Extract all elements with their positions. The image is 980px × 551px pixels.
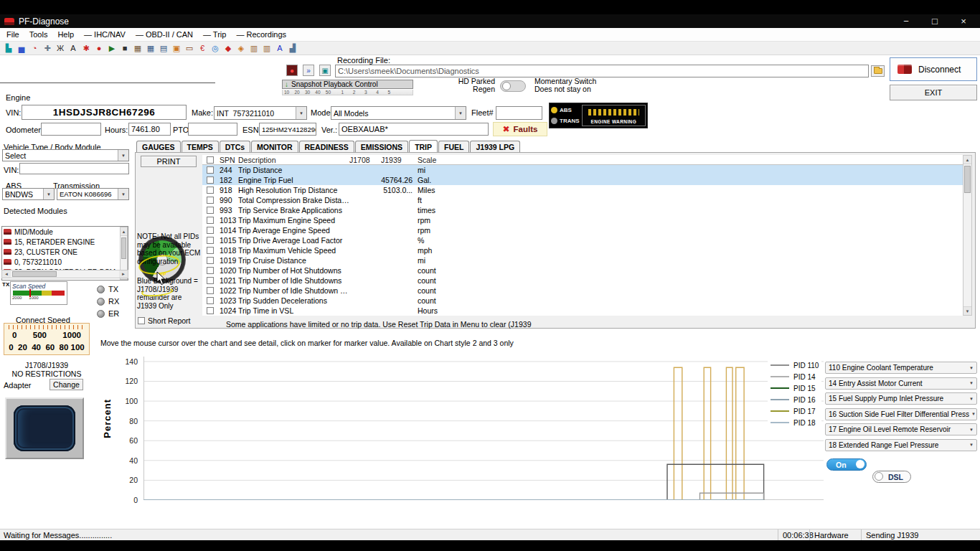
play-next-button[interactable]: »: [303, 65, 314, 76]
scroll-thumb[interactable]: [12, 271, 57, 277]
scroll-thumb[interactable]: [964, 166, 971, 193]
row-checkbox[interactable]: [207, 227, 214, 234]
snapshot-playback-control[interactable]: ↓ Snapshot Playback Control: [282, 80, 413, 89]
table-row-spn-918[interactable]: 918High Resolution Trip Distance5103.0..…: [202, 185, 963, 195]
stop-icon[interactable]: ■: [119, 43, 131, 54]
abs-select[interactable]: BNDWS▼: [2, 188, 55, 200]
module-list-item[interactable]: 23, CLUSTER ONE: [2, 247, 119, 257]
gear-icon[interactable]: ✱: [80, 43, 92, 54]
pid-dropdown-1[interactable]: 110 Engine Coolant Temperature▼: [825, 362, 977, 374]
font-icon[interactable]: A: [67, 43, 79, 54]
table-row-spn-1015[interactable]: 1015Trip Drive Average Load Factor%: [202, 235, 963, 245]
short-report-checkbox[interactable]: [138, 317, 145, 324]
module-list-item[interactable]: 15, RETARDER ENGINE: [2, 237, 119, 247]
row-checkbox[interactable]: [207, 277, 214, 284]
tab-monitor[interactable]: MONITOR: [251, 141, 298, 152]
tab-emissions[interactable]: EMISSIONS: [355, 141, 408, 152]
record-button[interactable]: ●: [286, 65, 298, 76]
scroll-up-button[interactable]: ▲: [963, 156, 971, 164]
change-adapter-button[interactable]: Change: [50, 379, 83, 390]
snapshot-view-button[interactable]: ▣: [319, 65, 331, 76]
recording-file-input[interactable]: C:\Users\smeek\Documents\Diagnostics: [335, 65, 869, 77]
row-checkbox[interactable]: [207, 257, 214, 264]
row-checkbox[interactable]: [207, 247, 214, 254]
table-row-spn-1024[interactable]: 1024Trip Time in VSLHours: [202, 306, 963, 316]
record-icon[interactable]: ●: [93, 43, 105, 54]
browse-folder-button[interactable]: [871, 65, 885, 77]
maximize-button[interactable]: □: [923, 16, 947, 27]
euro-icon[interactable]: €: [197, 43, 208, 54]
disc-icon[interactable]: ◎: [209, 43, 221, 54]
esn-input[interactable]: 125HM2Y4128296: [259, 123, 316, 136]
chart-plot-area[interactable]: [143, 357, 824, 500]
scroll-left-button[interactable]: ◄: [2, 270, 11, 278]
fleet-input[interactable]: [496, 106, 542, 120]
tab-readiness[interactable]: READINESS: [299, 141, 354, 152]
table-row-spn-1019[interactable]: 1019Trip Cruise Distancemi: [202, 255, 963, 265]
flag-icon[interactable]: A: [274, 43, 286, 54]
pto-input[interactable]: [188, 123, 237, 136]
row-checkbox[interactable]: [207, 207, 214, 214]
grid-icon[interactable]: ▦: [145, 43, 156, 54]
tab-fuel[interactable]: FUEL: [438, 141, 469, 152]
image-icon[interactable]: ▣: [171, 43, 182, 54]
pid-dropdown-6[interactable]: 18 Extended Range Fuel Pressure▼: [825, 439, 977, 451]
table-row-spn-182[interactable]: 182Engine Trip Fuel45764.26Gal.: [202, 175, 963, 185]
scroll-thumb[interactable]: [121, 237, 126, 259]
spreadsheet-icon[interactable]: ▤: [158, 43, 169, 54]
row-checkbox[interactable]: [207, 267, 214, 274]
chart-on-toggle[interactable]: On: [826, 458, 867, 471]
vehicle-type-select[interactable]: Select▼: [2, 149, 129, 161]
tools-icon[interactable]: ✚: [42, 43, 53, 54]
hours-input[interactable]: 7461.80: [128, 123, 171, 136]
table-row-spn-1020[interactable]: 1020Trip Number of Hot Shutdownscount: [202, 265, 963, 276]
tab-dtcs[interactable]: DTCs: [220, 141, 250, 152]
print-button[interactable]: PRINT: [141, 156, 197, 167]
table-row-spn-244[interactable]: 244Trip Distancemi: [202, 165, 963, 175]
header-checkbox[interactable]: [207, 156, 214, 164]
film-icon[interactable]: ▥: [248, 43, 260, 54]
monitor-icon[interactable]: ▭: [184, 43, 195, 54]
row-checkbox[interactable]: [207, 297, 214, 304]
odometer-input[interactable]: [41, 123, 101, 136]
table-row-spn-1014[interactable]: 1014Trip Average Engine Speedrpm: [202, 225, 963, 235]
menu-item-help[interactable]: Help: [52, 30, 79, 39]
connector-icon[interactable]: ▙: [3, 43, 14, 54]
table-row-spn-993[interactable]: 993Trip Service Brake Applicationstimes: [202, 205, 963, 215]
pid-dropdown-2[interactable]: 14 Entry Assist Motor Current▼: [825, 377, 977, 390]
gauge-icon[interactable]: ◔: [29, 43, 40, 54]
scroll-right-button[interactable]: ►: [119, 270, 128, 278]
row-checkbox[interactable]: [207, 287, 214, 294]
pid-dropdown-5[interactable]: 17 Engine Oil Level Remote Reservoir▼: [825, 423, 977, 435]
exit-button[interactable]: EXIT: [890, 85, 977, 100]
table-row-spn-1013[interactable]: 1013Trip Maximum Engine Speedrpm: [202, 215, 963, 225]
table-row-spn-1021[interactable]: 1021Trip Number of Idle Shutdownscount: [202, 276, 963, 286]
tab-trip[interactable]: TRIP: [409, 140, 438, 152]
table-row-spn-1018[interactable]: 1018Trip Maximum Vehicle Speedmph: [202, 245, 963, 255]
sidebar-vin-input[interactable]: [19, 163, 129, 174]
row-checkbox[interactable]: [207, 307, 214, 314]
bar-chart-icon[interactable]: ▅: [16, 43, 27, 54]
row-checkbox[interactable]: [207, 176, 214, 184]
row-checkbox[interactable]: [207, 166, 214, 174]
pid-dropdown-3[interactable]: 15 Fuel Supply Pump Inlet Pressure▼: [825, 392, 977, 405]
film2-icon[interactable]: ▥: [261, 43, 273, 54]
short-report-option[interactable]: Short Report: [138, 316, 191, 325]
menu-item-recordings[interactable]: — Recordings: [231, 30, 291, 39]
row-checkbox[interactable]: [207, 187, 214, 194]
menu-item-obd-ii-can[interactable]: — OBD-II / CAN: [131, 30, 198, 39]
signal-icon[interactable]: ▟: [287, 43, 298, 54]
table-row-spn-1023[interactable]: 1023Trip Sudden Decelerationscount: [202, 296, 963, 306]
scroll-down-button[interactable]: ▼: [963, 306, 971, 315]
model-select[interactable]: All Models▼: [331, 106, 466, 120]
scales-icon[interactable]: Ж: [55, 43, 66, 54]
row-checkbox[interactable]: [207, 217, 214, 224]
transmission-select[interactable]: EATON K086696▼: [57, 188, 129, 200]
menu-item-trip[interactable]: — Trip: [198, 30, 231, 39]
faults-button[interactable]: ✖ Faults: [493, 122, 547, 136]
vin-input[interactable]: 1HSDJSJR8CH67296: [22, 105, 187, 120]
trip-history-chart[interactable]: [143, 357, 824, 500]
menu-item-ihc-nav[interactable]: — IHC/NAV: [79, 30, 131, 39]
scroll-up-button[interactable]: ▲: [121, 227, 127, 236]
modules-hscrollbar[interactable]: ◄ ►: [1, 270, 128, 278]
